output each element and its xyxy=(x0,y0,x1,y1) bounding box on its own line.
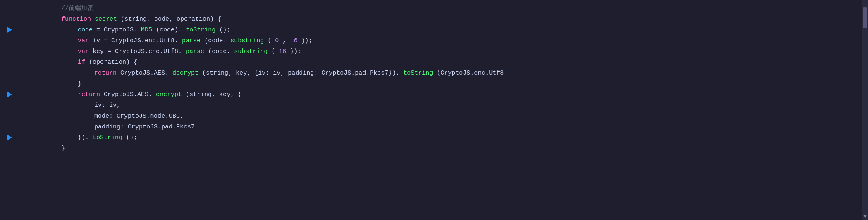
token-function-keyword: function xyxy=(61,16,91,23)
code-line-9: return CryptoJS.AES. encrypt (string, ke… xyxy=(12,89,862,100)
code-line-5: var key = CryptoJS.enc.Utf8. parse (code… xyxy=(12,46,862,57)
token-parse-2: parse xyxy=(186,48,204,55)
token-substring-1: substring xyxy=(230,37,264,44)
token-decrypt-args: (string, key, {iv: iv, padding: CryptoJS… xyxy=(202,70,399,77)
token-var-2: var xyxy=(78,48,89,55)
code-line-2: function secret (string, code, operation… xyxy=(12,14,862,25)
token-md5-paren: (code). xyxy=(156,27,182,34)
token-return-1: return xyxy=(94,70,117,77)
token-substring-open-2: ( xyxy=(271,48,275,55)
token-key-decl: key = CryptoJS.enc.Utf8. xyxy=(93,48,182,55)
token-close-1: )); xyxy=(301,37,312,44)
scrollbar-vertical[interactable] xyxy=(862,0,868,220)
token-iv-decl: iv = CryptoJS.enc.Utf8. xyxy=(93,37,178,44)
code-line-11: mode: CryptoJS.mode.CBC, xyxy=(12,111,862,122)
token-comment-1: //前端加密 xyxy=(12,3,93,14)
token-comma-1: , xyxy=(282,37,290,44)
token-num-0: 0 xyxy=(275,37,279,44)
token-encrypt: encrypt xyxy=(156,91,182,98)
code-line-3: code = CryptoJS. MD5 (code). toString ()… xyxy=(12,25,862,36)
breakpoint-arrow-13 xyxy=(7,134,12,141)
token-tostring-arg: (CryptoJS.enc.Utf8 xyxy=(437,70,504,77)
code-line-13: }). toString (); xyxy=(12,133,862,143)
token-if-cond: (operation) { xyxy=(89,59,137,66)
token-return-2: return xyxy=(78,91,100,98)
token-num-16-1: 16 xyxy=(290,37,297,44)
editor-container: //前端加密 function secret (string, code, op… xyxy=(0,0,868,220)
token-assign: = CryptoJS. xyxy=(96,27,137,34)
code-line-7: return CryptoJS.AES. decrypt (string, ke… xyxy=(12,68,862,79)
token-tostring-1: toString xyxy=(186,27,215,34)
token-decrypt: decrypt xyxy=(172,70,198,77)
token-tostring-3: toString xyxy=(93,134,122,141)
token-padding-prop: padding: CryptoJS.pad.Pkcs7 xyxy=(94,123,195,131)
token-substring-open-1: ( xyxy=(268,37,271,44)
token-close-brace-1: } xyxy=(78,80,81,87)
token-md5: MD5 xyxy=(141,27,152,34)
scrollbar-arrow-down-icon[interactable] xyxy=(863,215,867,218)
token-mode-prop: mode: CryptoJS.mode.CBC, xyxy=(94,113,184,120)
scrollbar-thumb[interactable] xyxy=(863,7,867,28)
token-decrypt-call: CryptoJS.AES. xyxy=(120,70,169,77)
token-num-16-2: 16 xyxy=(279,48,286,55)
token-if: if xyxy=(78,59,85,66)
token-params: (string, code, operation) { xyxy=(121,16,221,23)
token-iv-prop: iv: iv, xyxy=(94,102,120,109)
code-line-14: } xyxy=(12,143,862,154)
code-line-12: padding: CryptoJS.pad.Pkcs7 xyxy=(12,122,862,133)
token-tostring-close: (); xyxy=(126,134,137,141)
token-parse-paren-2: (code. xyxy=(208,48,230,55)
code-line-6: if (operation) { xyxy=(12,57,862,68)
token-tostring-2: toString xyxy=(403,70,433,77)
code-line-10: iv: iv, xyxy=(12,100,862,111)
breakpoint-arrow-9 xyxy=(7,91,12,98)
breakpoint-arrow-3 xyxy=(7,27,12,33)
token-func-name: secret xyxy=(95,16,117,23)
code-line-8: } xyxy=(12,79,862,89)
token-close-brace-2: } xyxy=(61,145,65,152)
token-var-1: var xyxy=(78,37,89,44)
code-line-1: //前端加密 xyxy=(12,3,862,14)
token-parse-1: parse xyxy=(182,37,201,44)
token-encrypt-args: (string, key, { xyxy=(186,91,242,98)
token-encrypt-call: CryptoJS.AES. xyxy=(104,91,152,98)
code-area: //前端加密 function secret (string, code, op… xyxy=(7,0,862,220)
token-close-2: )); xyxy=(290,48,301,55)
gutter xyxy=(0,0,7,220)
token-parse-paren-1: (code. xyxy=(204,37,227,44)
code-line-4: var iv = CryptoJS.enc.Utf8. parse (code.… xyxy=(12,36,862,46)
token-tostring-paren-1: (); xyxy=(219,27,230,34)
token-close-obj: }). xyxy=(78,134,89,141)
token-substring-2: substring xyxy=(234,48,268,55)
token-code-var: code xyxy=(78,27,93,34)
